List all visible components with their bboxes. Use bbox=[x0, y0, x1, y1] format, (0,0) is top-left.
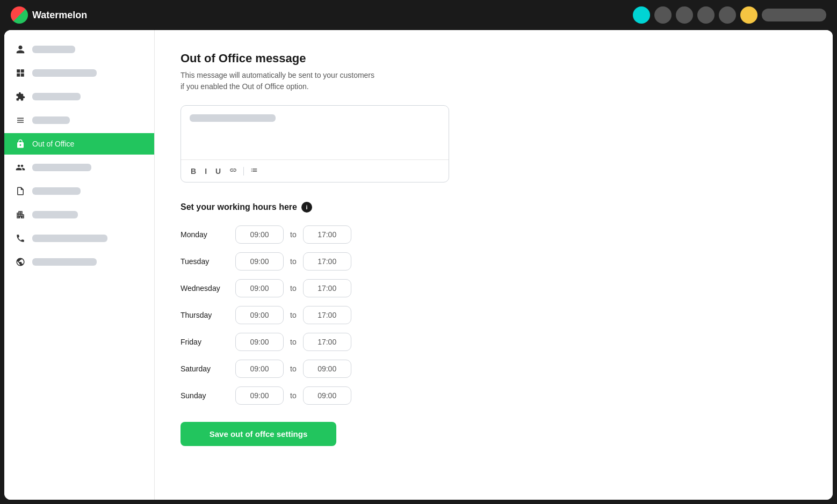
list-button[interactable] bbox=[248, 165, 260, 177]
friday-to-label: to bbox=[290, 338, 297, 346]
profile-icon bbox=[15, 44, 26, 55]
out-of-office-icon bbox=[15, 138, 26, 149]
day-row-tuesday: Tuesday to bbox=[181, 252, 807, 271]
logo-area: Watermelon bbox=[11, 6, 626, 24]
sidebar-item-plugins[interactable] bbox=[4, 86, 154, 107]
day-row-wednesday: Wednesday to bbox=[181, 279, 807, 297]
sidebar-item-team-label bbox=[32, 164, 91, 171]
wednesday-from-input[interactable] bbox=[235, 279, 284, 297]
dashboard-icon bbox=[15, 68, 26, 78]
sidebar-item-profile-label bbox=[32, 46, 75, 53]
day-rows-container: Monday to Tuesday to Wednesday to bbox=[181, 225, 807, 405]
day-label-friday: Friday bbox=[181, 338, 229, 346]
day-label-tuesday: Tuesday bbox=[181, 257, 229, 266]
sidebar-item-reports[interactable] bbox=[4, 180, 154, 202]
main-area: Out of Office bbox=[4, 30, 833, 500]
data-icon bbox=[15, 115, 26, 126]
titlebar-btn-gray4[interactable] bbox=[719, 6, 736, 24]
sidebar-item-data-label bbox=[32, 116, 70, 124]
app-window: Watermelon bbox=[0, 0, 837, 504]
sidebar-item-data[interactable] bbox=[4, 109, 154, 131]
monday-to-input[interactable] bbox=[303, 225, 351, 244]
content-area: Out of Office message This message will … bbox=[155, 30, 833, 500]
link-button[interactable] bbox=[227, 165, 239, 177]
sidebar-item-buildings-label bbox=[32, 211, 78, 218]
wednesday-to-input[interactable] bbox=[303, 279, 351, 297]
day-label-monday: Monday bbox=[181, 230, 229, 239]
day-row-thursday: Thursday to bbox=[181, 306, 807, 324]
friday-from-input[interactable] bbox=[235, 333, 284, 351]
day-label-sunday: Sunday bbox=[181, 391, 229, 400]
buildings-icon bbox=[15, 209, 26, 220]
tuesday-to-input[interactable] bbox=[303, 252, 351, 271]
underline-button[interactable]: U bbox=[213, 166, 223, 177]
day-label-wednesday: Wednesday bbox=[181, 284, 229, 293]
day-row-sunday: Sunday to bbox=[181, 386, 807, 405]
team-icon bbox=[15, 162, 26, 173]
working-hours-title: Set your working hours here i bbox=[181, 202, 807, 213]
toolbar-divider bbox=[243, 167, 244, 176]
global-icon bbox=[15, 257, 26, 267]
friday-to-input[interactable] bbox=[303, 333, 351, 351]
reports-icon bbox=[15, 186, 26, 196]
app-name: Watermelon bbox=[32, 10, 87, 21]
thursday-to-input[interactable] bbox=[303, 306, 351, 324]
sidebar-item-global[interactable] bbox=[4, 251, 154, 273]
info-icon: i bbox=[301, 202, 312, 213]
sunday-from-input[interactable] bbox=[235, 386, 284, 405]
editor-body[interactable] bbox=[181, 106, 449, 159]
tuesday-to-label: to bbox=[290, 257, 297, 266]
saturday-from-input[interactable] bbox=[235, 360, 284, 378]
watermelon-logo-icon bbox=[11, 6, 28, 24]
message-editor: B I U bbox=[181, 105, 449, 182]
sidebar-item-plugins-label bbox=[32, 93, 81, 100]
titlebar-btn-gray2[interactable] bbox=[676, 6, 693, 24]
sidebar-item-buildings[interactable] bbox=[4, 204, 154, 225]
thursday-from-input[interactable] bbox=[235, 306, 284, 324]
sidebar-item-integrations-label bbox=[32, 235, 107, 242]
titlebar-btn-yellow[interactable] bbox=[740, 6, 757, 24]
titlebar-btn-gray1[interactable] bbox=[654, 6, 672, 24]
saturday-to-input[interactable] bbox=[303, 360, 351, 378]
wednesday-to-label: to bbox=[290, 284, 297, 293]
thursday-to-label: to bbox=[290, 311, 297, 319]
title-bar: Watermelon bbox=[0, 0, 837, 30]
plugins-icon bbox=[15, 91, 26, 102]
editor-toolbar: B I U bbox=[181, 159, 449, 182]
saturday-to-label: to bbox=[290, 364, 297, 373]
sidebar-item-dashboard[interactable] bbox=[4, 62, 154, 84]
day-label-saturday: Saturday bbox=[181, 364, 229, 373]
page-title: Out of Office message bbox=[181, 52, 807, 65]
titlebar-btn-cyan[interactable] bbox=[633, 6, 650, 24]
monday-to-label: to bbox=[290, 230, 297, 239]
sidebar-item-out-of-office-label: Out of Office bbox=[32, 140, 74, 148]
sidebar-item-global-label bbox=[32, 258, 97, 266]
page-description: This message will automatically be sent … bbox=[181, 70, 807, 92]
italic-button[interactable]: I bbox=[203, 166, 209, 177]
titlebar-btn-gray3[interactable] bbox=[697, 6, 715, 24]
sunday-to-input[interactable] bbox=[303, 386, 351, 405]
integrations-icon bbox=[15, 233, 26, 244]
editor-placeholder-bar bbox=[190, 114, 276, 122]
monday-from-input[interactable] bbox=[235, 225, 284, 244]
save-button[interactable]: Save out of offce settings bbox=[181, 422, 336, 446]
day-row-friday: Friday to bbox=[181, 333, 807, 351]
day-label-thursday: Thursday bbox=[181, 311, 229, 319]
sidebar-item-profile[interactable] bbox=[4, 39, 154, 60]
sidebar-item-reports-label bbox=[32, 187, 81, 195]
tuesday-from-input[interactable] bbox=[235, 252, 284, 271]
sidebar: Out of Office bbox=[4, 30, 155, 500]
sidebar-item-team[interactable] bbox=[4, 157, 154, 178]
bold-button[interactable]: B bbox=[189, 166, 198, 177]
user-label-bar bbox=[762, 9, 826, 21]
day-row-monday: Monday to bbox=[181, 225, 807, 244]
day-row-saturday: Saturday to bbox=[181, 360, 807, 378]
sunday-to-label: to bbox=[290, 391, 297, 400]
sidebar-item-dashboard-label bbox=[32, 69, 97, 77]
sidebar-item-integrations[interactable] bbox=[4, 228, 154, 249]
sidebar-item-out-of-office[interactable]: Out of Office bbox=[4, 133, 154, 155]
title-bar-actions bbox=[633, 6, 826, 24]
